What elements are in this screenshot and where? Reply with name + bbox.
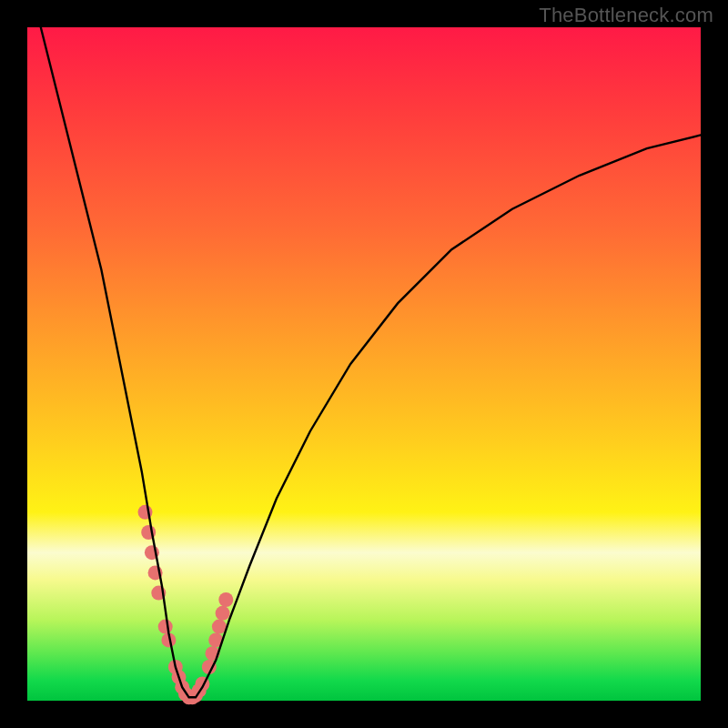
plot-area <box>27 27 701 701</box>
bottleneck-curve <box>41 27 701 697</box>
chart-frame: TheBottleneck.com <box>0 0 728 728</box>
highlight-dot <box>218 592 233 607</box>
watermark-label: TheBottleneck.com <box>539 4 713 27</box>
highlight-dot <box>158 620 173 634</box>
chart-svg <box>27 27 701 701</box>
highlight-dot <box>216 606 230 621</box>
